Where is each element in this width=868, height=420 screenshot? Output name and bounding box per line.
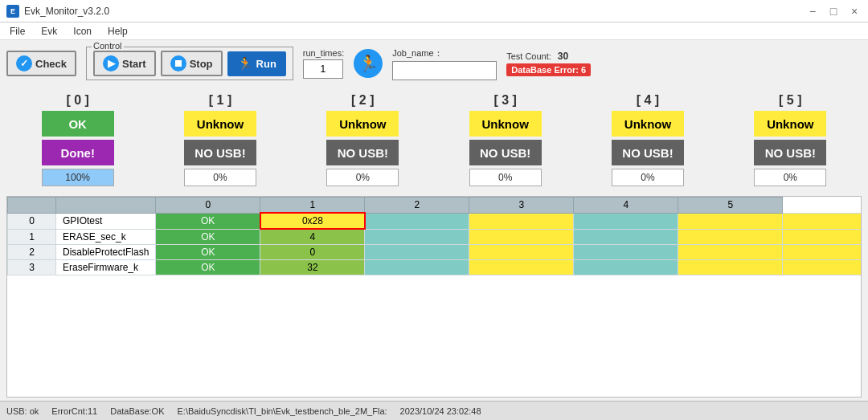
status-path: E:\BaiduSyncdisk\TI_bin\Evk_testbench_bl… (177, 406, 387, 416)
table-container: 0123450GPIOtestOK0x281ERASE_sec_kOK42Dis… (6, 196, 862, 398)
main-content: ✓ Check Control ▶ Start ⏹ Stop 🏃 Run run… (0, 40, 868, 401)
test-count-value: 30 (558, 51, 568, 62)
panel-index-3: [ 3 ] (493, 93, 516, 108)
table-row: 1ERASE_sec_kOK4 (8, 229, 862, 245)
sub-status-badge-5: NO USB! (754, 140, 826, 165)
run-times-group: run_times: (303, 48, 344, 79)
control-group: Control ▶ Start ⏹ Stop 🏃 Run (86, 47, 293, 80)
check-icon: ✓ (16, 55, 32, 71)
menu-icon[interactable]: Icon (70, 26, 95, 37)
status-panel-0: [ 0 ] OK Done! 100% (6, 90, 149, 190)
table-row: 0GPIOtestOK0x28 (8, 213, 862, 229)
status-panel-1: [ 1 ] Unknow NO USB! 0% (149, 90, 291, 190)
panel-index-0: [ 0 ] (66, 93, 88, 108)
status-timestamp: 2023/10/24 23:02:48 (400, 406, 481, 416)
sub-status-badge-0: Done! (42, 140, 114, 165)
status-badge-2: Unknow (326, 111, 399, 137)
sub-status-badge-4: NO USB! (612, 140, 684, 165)
title-bar: E Evk_Monitor_v3.2.0 − □ × (0, 0, 868, 22)
status-panel-5: [ 5 ] Unknow NO USB! 0% (719, 90, 862, 190)
sub-status-badge-1: NO USB! (184, 140, 256, 165)
status-panel-2: [ 2 ] Unknow NO USB! 0% (292, 90, 434, 190)
panel-index-5: [ 5 ] (779, 93, 801, 108)
sub-status-badge-3: NO USB! (469, 140, 542, 165)
runner-icon-button[interactable]: 🏃 (354, 49, 383, 78)
control-label: Control (92, 41, 123, 51)
window-controls: − □ × (805, 4, 862, 18)
minimize-button[interactable]: − (805, 4, 820, 18)
status-badge-0: OK (42, 111, 114, 137)
run-times-input[interactable] (303, 59, 343, 79)
progress-bar-5: 0% (754, 169, 826, 186)
menu-evk[interactable]: Evk (38, 26, 60, 37)
stop-icon: ⏹ (170, 55, 186, 71)
job-name-group: Job_name： (392, 47, 497, 80)
panel-index-4: [ 4 ] (637, 93, 659, 108)
db-error-badge: DataBase Error: 6 (506, 63, 591, 76)
start-icon: ▶ (103, 55, 119, 71)
job-name-input[interactable] (392, 61, 497, 80)
status-bar: USB: ok ErrorCnt:11 DataBase:OK E:\Baidu… (0, 401, 868, 420)
panel-index-2: [ 2 ] (351, 93, 374, 108)
close-button[interactable]: × (847, 4, 862, 18)
menu-bar: File Evk Icon Help (0, 22, 868, 40)
status-database: DataBase:OK (110, 406, 164, 416)
menu-help[interactable]: Help (104, 26, 131, 37)
status-panel-3: [ 3 ] Unknow NO USB! 0% (434, 90, 576, 190)
status-error-cnt: ErrorCnt:11 (51, 406, 97, 416)
test-count-group: Test Count: 30 DataBase Error: 6 (506, 51, 591, 76)
app-title: Evk_Monitor_v3.2.0 (24, 6, 805, 17)
status-panel-4: [ 4 ] Unknow NO USB! 0% (576, 90, 719, 190)
table-row: 2DisableProtectFlashOK0 (8, 245, 862, 260)
job-name-label: Job_name： (392, 47, 497, 59)
status-usb: USB: ok (6, 406, 39, 416)
progress-bar-4: 0% (612, 169, 684, 186)
table-row: 3EraseFirmware_kOK32 (8, 260, 862, 275)
stop-button[interactable]: ⏹ Stop (161, 51, 223, 76)
status-badge-4: Unknow (612, 111, 684, 137)
status-badge-3: Unknow (469, 111, 542, 137)
sub-status-badge-2: NO USB! (326, 140, 399, 165)
status-panels: [ 0 ] OK Done! 100% [ 1 ] Unknow NO USB!… (6, 87, 862, 193)
progress-bar-3: 0% (469, 169, 542, 186)
status-badge-5: Unknow (754, 111, 826, 137)
progress-bar-0: 100% (42, 169, 114, 186)
menu-file[interactable]: File (6, 26, 28, 37)
panel-index-1: [ 1 ] (209, 93, 231, 108)
toolbar: ✓ Check Control ▶ Start ⏹ Stop 🏃 Run run… (6, 43, 862, 84)
maximize-button[interactable]: □ (826, 4, 841, 18)
start-button[interactable]: ▶ Start (93, 51, 156, 76)
run-times-label: run_times: (303, 48, 344, 58)
check-button[interactable]: ✓ Check (6, 51, 76, 76)
run-icon: 🏃 (237, 56, 253, 71)
status-badge-1: Unknow (184, 111, 256, 137)
progress-bar-2: 0% (326, 169, 399, 186)
test-count-label: Test Count: (506, 51, 551, 61)
run-button[interactable]: 🏃 Run (227, 51, 286, 76)
progress-bar-1: 0% (184, 169, 256, 186)
app-icon: E (6, 5, 19, 18)
